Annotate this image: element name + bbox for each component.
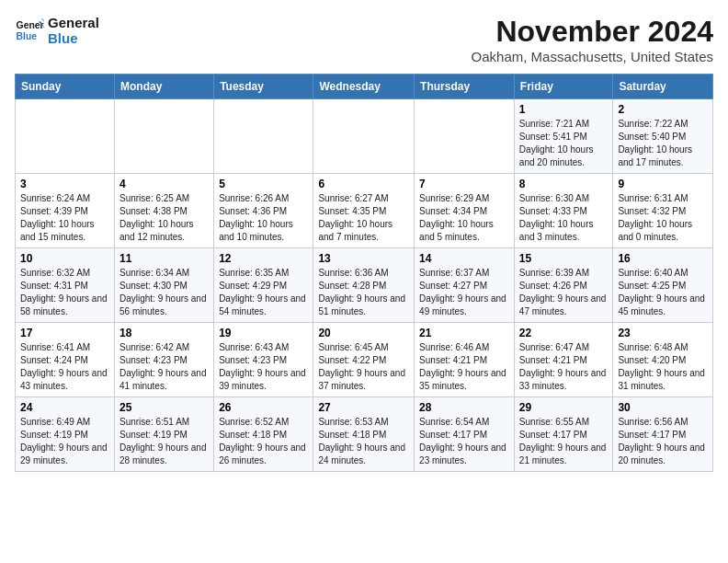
calendar-cell: 19Sunrise: 6:43 AMSunset: 4:23 PMDayligh…: [214, 323, 313, 397]
day-number: 25: [119, 401, 209, 414]
day-info: Sunrise: 6:42 AMSunset: 4:23 PMDaylight:…: [119, 341, 209, 393]
calendar-cell: 14Sunrise: 6:37 AMSunset: 4:27 PMDayligh…: [415, 248, 515, 323]
weekday-header-wednesday: Wednesday: [313, 75, 415, 99]
day-info: Sunrise: 6:31 AMSunset: 4:32 PMDaylight:…: [618, 192, 708, 244]
weekday-header-sunday: Sunday: [16, 75, 115, 99]
header: General Blue General Blue November 2024 …: [15, 15, 713, 64]
calendar-cell: 4Sunrise: 6:25 AMSunset: 4:38 PMDaylight…: [114, 174, 213, 248]
calendar-cell: 15Sunrise: 6:39 AMSunset: 4:26 PMDayligh…: [514, 248, 613, 323]
day-info: Sunrise: 6:51 AMSunset: 4:19 PMDaylight:…: [119, 416, 209, 467]
day-number: 24: [20, 401, 109, 414]
calendar-cell: 12Sunrise: 6:35 AMSunset: 4:29 PMDayligh…: [214, 248, 313, 323]
day-number: 30: [618, 401, 708, 414]
day-number: 21: [419, 327, 509, 339]
calendar-cell: 13Sunrise: 6:36 AMSunset: 4:28 PMDayligh…: [313, 248, 415, 323]
day-number: 19: [219, 327, 308, 339]
calendar-cell: 18Sunrise: 6:42 AMSunset: 4:23 PMDayligh…: [114, 323, 213, 397]
calendar-cell: 30Sunrise: 6:56 AMSunset: 4:17 PMDayligh…: [613, 397, 713, 472]
day-number: 26: [219, 401, 308, 414]
calendar-table: SundayMondayTuesdayWednesdayThursdayFrid…: [15, 74, 713, 472]
calendar-week-4: 17Sunrise: 6:41 AMSunset: 4:24 PMDayligh…: [16, 323, 713, 397]
calendar-cell: 2Sunrise: 7:22 AMSunset: 5:40 PMDaylight…: [613, 99, 713, 174]
logo-icon: General Blue: [15, 16, 44, 45]
day-number: 12: [219, 252, 308, 265]
calendar-cell: 16Sunrise: 6:40 AMSunset: 4:25 PMDayligh…: [613, 248, 713, 323]
day-number: 28: [419, 401, 509, 414]
day-info: Sunrise: 6:40 AMSunset: 4:25 PMDaylight:…: [618, 267, 708, 318]
day-info: Sunrise: 6:46 AMSunset: 4:21 PMDaylight:…: [419, 341, 509, 393]
day-info: Sunrise: 6:45 AMSunset: 4:22 PMDaylight:…: [318, 341, 409, 393]
day-number: 9: [618, 178, 708, 190]
calendar-week-3: 10Sunrise: 6:32 AMSunset: 4:31 PMDayligh…: [16, 248, 713, 323]
calendar-cell: 23Sunrise: 6:48 AMSunset: 4:20 PMDayligh…: [613, 323, 713, 397]
day-number: 6: [318, 178, 409, 190]
day-info: Sunrise: 7:21 AMSunset: 5:41 PMDaylight:…: [519, 118, 609, 169]
location-subtitle: Oakham, Massachusetts, United States: [472, 49, 713, 64]
calendar-cell: [415, 99, 515, 174]
day-info: Sunrise: 6:56 AMSunset: 4:17 PMDaylight:…: [618, 416, 708, 467]
day-number: 15: [519, 252, 609, 265]
weekday-header-thursday: Thursday: [415, 75, 515, 99]
day-info: Sunrise: 6:54 AMSunset: 4:17 PMDaylight:…: [419, 416, 509, 467]
day-info: Sunrise: 6:49 AMSunset: 4:19 PMDaylight:…: [20, 416, 109, 467]
day-number: 16: [618, 252, 708, 265]
title-area: November 2024 Oakham, Massachusetts, Uni…: [472, 15, 713, 64]
day-number: 27: [318, 401, 409, 414]
day-info: Sunrise: 6:47 AMSunset: 4:21 PMDaylight:…: [519, 341, 609, 393]
calendar-cell: 21Sunrise: 6:46 AMSunset: 4:21 PMDayligh…: [415, 323, 515, 397]
day-info: Sunrise: 6:43 AMSunset: 4:23 PMDaylight:…: [219, 341, 308, 393]
calendar-cell: [114, 99, 213, 174]
day-number: 13: [318, 252, 409, 265]
day-info: Sunrise: 6:35 AMSunset: 4:29 PMDaylight:…: [219, 267, 308, 318]
day-info: Sunrise: 6:24 AMSunset: 4:39 PMDaylight:…: [20, 192, 109, 244]
day-number: 14: [419, 252, 509, 265]
weekday-header-tuesday: Tuesday: [214, 75, 313, 99]
calendar-cell: 28Sunrise: 6:54 AMSunset: 4:17 PMDayligh…: [415, 397, 515, 472]
calendar-cell: 10Sunrise: 6:32 AMSunset: 4:31 PMDayligh…: [16, 248, 115, 323]
calendar-cell: 27Sunrise: 6:53 AMSunset: 4:18 PMDayligh…: [313, 397, 415, 472]
day-info: Sunrise: 6:39 AMSunset: 4:26 PMDaylight:…: [519, 267, 609, 318]
calendar-cell: 5Sunrise: 6:26 AMSunset: 4:36 PMDaylight…: [214, 174, 313, 248]
day-info: Sunrise: 6:29 AMSunset: 4:34 PMDaylight:…: [419, 192, 509, 244]
day-info: Sunrise: 6:48 AMSunset: 4:20 PMDaylight:…: [618, 341, 708, 393]
day-info: Sunrise: 6:52 AMSunset: 4:18 PMDaylight:…: [219, 416, 308, 467]
logo-blue: Blue: [48, 30, 99, 46]
calendar-header: SundayMondayTuesdayWednesdayThursdayFrid…: [16, 75, 713, 99]
day-info: Sunrise: 6:41 AMSunset: 4:24 PMDaylight:…: [20, 341, 109, 393]
day-number: 1: [519, 103, 609, 116]
day-number: 7: [419, 178, 509, 190]
logo-general: General: [48, 15, 99, 30]
day-number: 22: [519, 327, 609, 339]
day-info: Sunrise: 7:22 AMSunset: 5:40 PMDaylight:…: [618, 118, 708, 169]
calendar-week-2: 3Sunrise: 6:24 AMSunset: 4:39 PMDaylight…: [16, 174, 713, 248]
day-number: 23: [618, 327, 708, 339]
day-info: Sunrise: 6:53 AMSunset: 4:18 PMDaylight:…: [318, 416, 409, 467]
day-number: 3: [20, 178, 109, 190]
calendar-cell: 26Sunrise: 6:52 AMSunset: 4:18 PMDayligh…: [214, 397, 313, 472]
day-info: Sunrise: 6:34 AMSunset: 4:30 PMDaylight:…: [119, 267, 209, 318]
day-info: Sunrise: 6:27 AMSunset: 4:35 PMDaylight:…: [318, 192, 409, 244]
day-number: 11: [119, 252, 209, 265]
calendar-cell: 29Sunrise: 6:55 AMSunset: 4:17 PMDayligh…: [514, 397, 613, 472]
calendar-week-1: 1Sunrise: 7:21 AMSunset: 5:41 PMDaylight…: [16, 99, 713, 174]
day-info: Sunrise: 6:55 AMSunset: 4:17 PMDaylight:…: [519, 416, 609, 467]
day-number: 8: [519, 178, 609, 190]
calendar-cell: [16, 99, 115, 174]
svg-text:Blue: Blue: [17, 31, 38, 41]
calendar-cell: 3Sunrise: 6:24 AMSunset: 4:39 PMDaylight…: [16, 174, 115, 248]
day-info: Sunrise: 6:32 AMSunset: 4:31 PMDaylight:…: [20, 267, 109, 318]
day-info: Sunrise: 6:25 AMSunset: 4:38 PMDaylight:…: [119, 192, 209, 244]
calendar-cell: 25Sunrise: 6:51 AMSunset: 4:19 PMDayligh…: [114, 397, 213, 472]
calendar-cell: 9Sunrise: 6:31 AMSunset: 4:32 PMDaylight…: [613, 174, 713, 248]
calendar-cell: [214, 99, 313, 174]
month-title: November 2024: [472, 15, 713, 49]
weekday-header-friday: Friday: [514, 75, 613, 99]
day-number: 29: [519, 401, 609, 414]
day-number: 20: [318, 327, 409, 339]
calendar-cell: 22Sunrise: 6:47 AMSunset: 4:21 PMDayligh…: [514, 323, 613, 397]
day-number: 5: [219, 178, 308, 190]
day-number: 17: [20, 327, 109, 339]
calendar-cell: 7Sunrise: 6:29 AMSunset: 4:34 PMDaylight…: [415, 174, 515, 248]
weekday-header-saturday: Saturday: [613, 75, 713, 99]
calendar-cell: 11Sunrise: 6:34 AMSunset: 4:30 PMDayligh…: [114, 248, 213, 323]
